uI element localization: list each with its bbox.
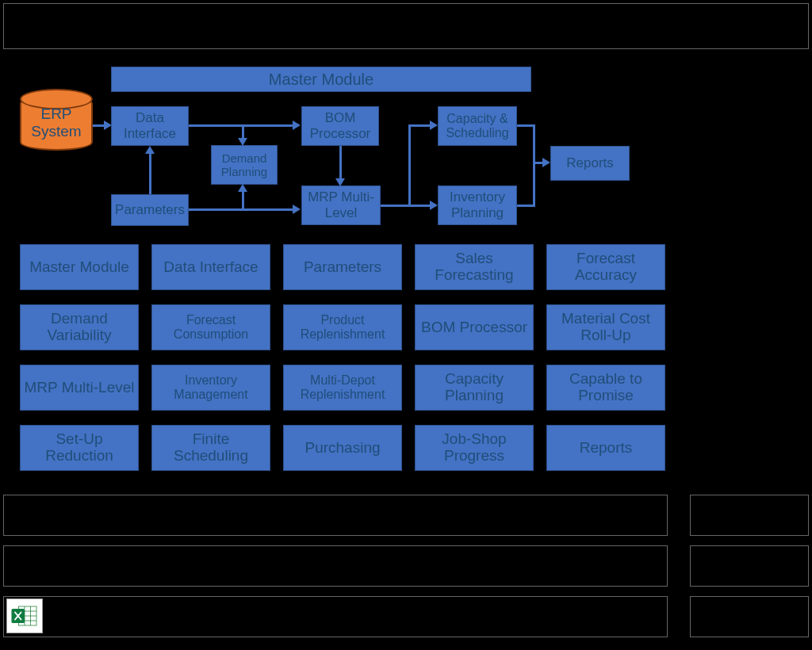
module-bom-processor: BOM Processor (415, 304, 534, 350)
module-master-module: Master Module (20, 244, 139, 290)
module-capable-to-promise: Capable to Promise (546, 365, 665, 411)
arrow (149, 152, 151, 194)
module-demand-variability: Demand Variability (20, 304, 139, 350)
module-purchasing: Purchasing (283, 425, 402, 471)
mrp-multilevel-label: MRP Multi-Level (305, 189, 377, 220)
module-forecast-accuracy: Forecast Accuracy (546, 244, 665, 290)
arrow (189, 208, 293, 211)
arrow (242, 190, 244, 209)
inventory-planning-node: Inventory Planning (438, 185, 517, 225)
bottom-box-left-1 (3, 495, 668, 536)
arrowhead-icon (430, 120, 438, 130)
bottom-box-right-3 (690, 596, 809, 637)
erp-system-label: ERP System (20, 105, 93, 140)
module-grid: Master Module Data Interface Parameters … (20, 244, 666, 471)
master-module-label: Master Module (269, 71, 373, 89)
module-product-replenishment: Product Replenishment (283, 304, 402, 350)
mrp-multilevel-node: MRP Multi-Level (301, 185, 381, 225)
arrow (533, 124, 535, 207)
module-capacity-planning: Capacity Planning (415, 365, 534, 411)
arrowhead-icon (104, 120, 112, 130)
arrowhead-icon (542, 158, 550, 167)
arrow (408, 124, 431, 127)
demand-planning-label: Demand Planning (215, 151, 274, 179)
arrowhead-icon (238, 184, 247, 192)
capacity-scheduling-node: Capacity & Scheduling (438, 106, 517, 146)
arrow (189, 124, 293, 127)
module-job-shop-progress: Job-Shop Progress (415, 425, 534, 471)
bom-processor-label: BOM Processor (305, 110, 375, 141)
arrowhead-icon (335, 178, 345, 186)
bom-processor-node: BOM Processor (301, 106, 379, 146)
module-inventory-management: Inventory Management (151, 365, 270, 411)
module-finite-scheduling: Finite Scheduling (151, 425, 270, 471)
module-setup-reduction: Set-Up Reduction (20, 425, 139, 471)
demand-planning-node: Demand Planning (211, 145, 278, 185)
erp-system-cylinder: ERP System (20, 95, 93, 151)
excel-icon (6, 598, 43, 633)
top-banner (3, 3, 809, 49)
module-parameters: Parameters (283, 244, 402, 290)
inventory-planning-label: Inventory Planning (442, 189, 513, 220)
data-interface-label: Data Interface (115, 110, 185, 141)
module-multi-depot-replenishment: Multi-Depot Replenishment (283, 365, 402, 411)
module-mrp-multi-level: MRP Multi-Level (20, 365, 139, 411)
bottom-box-right-2 (690, 545, 809, 587)
arrow (381, 205, 408, 207)
module-sales-forecasting: Sales Forecasting (415, 244, 534, 290)
module-data-interface: Data Interface (151, 244, 270, 290)
arrow (408, 124, 411, 207)
arrowhead-icon (238, 138, 247, 146)
parameters-node: Parameters (111, 194, 189, 226)
arrow (408, 205, 431, 207)
master-module-bar: Master Module (111, 67, 531, 92)
arrowhead-icon (145, 146, 155, 154)
reports-node: Reports (550, 146, 630, 181)
arrowhead-icon (293, 120, 301, 130)
bottom-box-right-1 (690, 495, 809, 536)
arrow (517, 205, 534, 207)
arrowhead-icon (293, 205, 301, 214)
arrow (517, 124, 534, 127)
module-material-cost-rollup: Material Cost Roll-Up (546, 304, 665, 350)
module-reports: Reports (546, 425, 665, 471)
bottom-box-left-2 (3, 545, 668, 587)
arrow (339, 146, 342, 179)
reports-label: Reports (566, 155, 614, 171)
capacity-scheduling-label: Capacity & Scheduling (442, 112, 513, 141)
module-forecast-consumption: Forecast Consumption (151, 304, 270, 350)
parameters-label: Parameters (115, 202, 185, 218)
arrowhead-icon (430, 201, 438, 210)
bottom-box-left-3 (3, 596, 668, 637)
data-interface-node: Data Interface (111, 106, 189, 146)
